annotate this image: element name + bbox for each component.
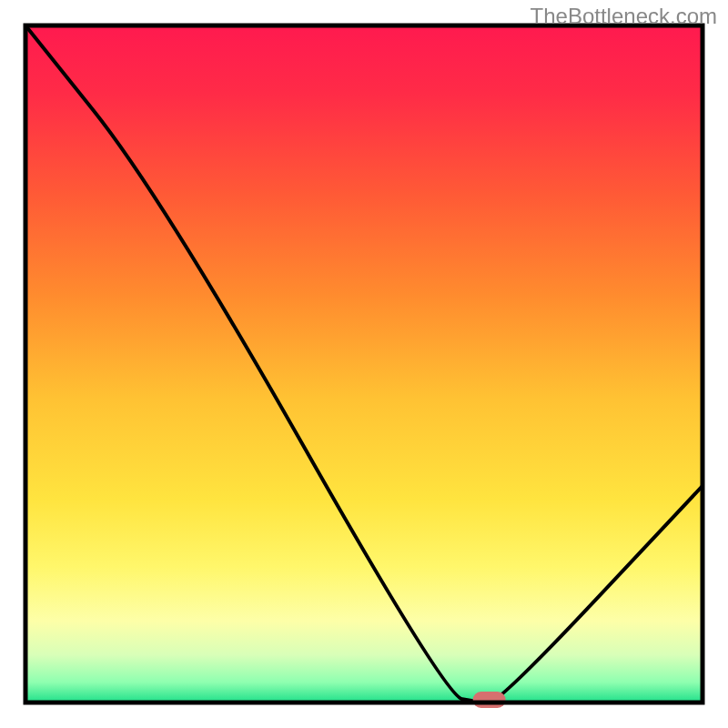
chart-container: TheBottleneck.com xyxy=(0,0,728,728)
plot-background xyxy=(25,25,703,703)
optimal-marker xyxy=(473,692,506,708)
bottleneck-chart xyxy=(0,0,728,728)
watermark-text: TheBottleneck.com xyxy=(531,4,717,29)
